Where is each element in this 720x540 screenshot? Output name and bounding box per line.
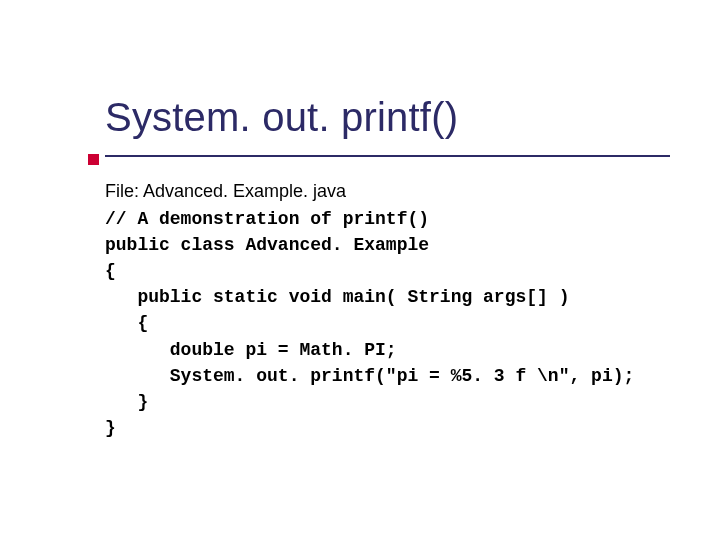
accent-square-icon [88,154,99,165]
slide-title: System. out. printf() [105,95,680,140]
code-block: // A demonstration of printf() public cl… [105,206,680,441]
slide-body: File: Advanced. Example. java // A demon… [105,178,680,441]
file-label: File: Advanced. Example. java [105,178,680,204]
title-underline [105,155,670,157]
slide: System. out. printf() File: Advanced. Ex… [0,0,720,540]
